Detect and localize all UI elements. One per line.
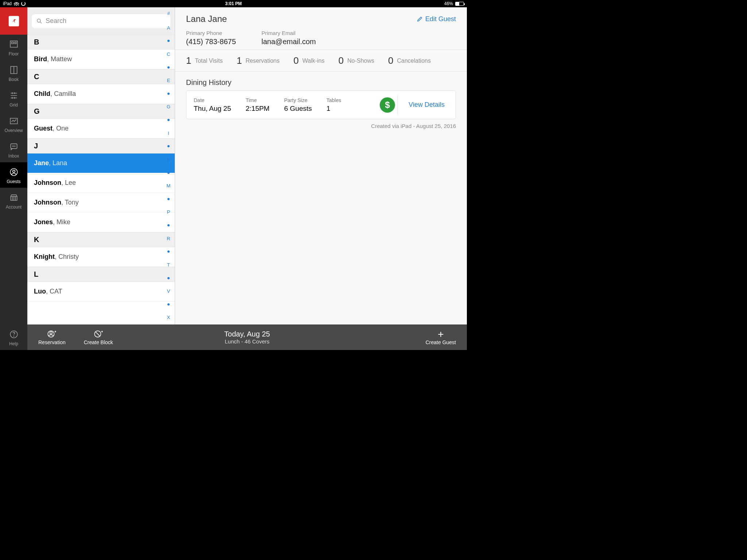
index-char[interactable]: A bbox=[167, 26, 170, 30]
sidebar-item-floor[interactable]: Floor bbox=[0, 35, 27, 60]
index-char[interactable]: # bbox=[167, 11, 170, 16]
index-char[interactable]: E bbox=[167, 78, 170, 83]
pencil-icon bbox=[417, 16, 423, 22]
stat-visits-l: Total Visits bbox=[195, 58, 222, 64]
svg-point-19 bbox=[50, 332, 53, 334]
hist-date: Thu, Aug 25 bbox=[194, 105, 231, 113]
phone-label: Primary Phone bbox=[186, 30, 236, 36]
yelp-icon bbox=[7, 14, 21, 28]
dining-history-title: Dining History bbox=[175, 72, 467, 90]
create-guest-button[interactable]: + Create Guest bbox=[426, 329, 456, 345]
index-char[interactable] bbox=[167, 277, 170, 279]
inbox-icon bbox=[8, 142, 19, 151]
index-char[interactable]: R bbox=[167, 236, 170, 241]
svg-point-10 bbox=[15, 146, 15, 146]
index-char[interactable] bbox=[167, 250, 170, 253]
stat-walk-l: Walk-ins bbox=[302, 58, 325, 64]
stat-visits-n: 1 bbox=[186, 55, 191, 66]
email-label: Primary Email bbox=[262, 30, 316, 36]
guest-list[interactable]: BBird, MattewCChild, CamillaGGuest, OneJ… bbox=[27, 35, 175, 350]
index-char[interactable] bbox=[167, 119, 170, 121]
create-block-button[interactable]: Create Block bbox=[84, 329, 113, 345]
phone-value: (415) 783-8675 bbox=[186, 38, 236, 46]
index-char[interactable] bbox=[167, 66, 170, 69]
stat-walk-n: 0 bbox=[294, 55, 299, 66]
alpha-index[interactable]: #ACEGIKMPRTVXZ bbox=[164, 9, 173, 349]
plus-icon: + bbox=[426, 329, 456, 339]
index-char[interactable]: T bbox=[167, 262, 170, 267]
sidebar-item-label: Account bbox=[6, 205, 22, 210]
guest-row[interactable]: Knight, Christy bbox=[27, 247, 175, 267]
index-char[interactable]: I bbox=[168, 131, 169, 136]
app-logo[interactable] bbox=[0, 7, 27, 35]
guest-row[interactable]: Child, Camilla bbox=[27, 84, 175, 104]
sidebar-item-label: Floor bbox=[9, 51, 19, 57]
sidebar-item-label: Inbox bbox=[8, 153, 19, 159]
guest-row[interactable]: Jones, Mike bbox=[27, 213, 175, 232]
guest-name: Lana Jane bbox=[186, 14, 227, 24]
index-char[interactable]: G bbox=[167, 104, 170, 109]
hist-table: 1 bbox=[326, 105, 341, 113]
edit-guest-button[interactable]: Edit Guest bbox=[417, 15, 456, 23]
svg-point-12 bbox=[12, 170, 15, 173]
section-header: J bbox=[27, 139, 175, 153]
index-char[interactable]: C bbox=[167, 52, 170, 57]
sidebar-item-inbox[interactable]: Inbox bbox=[0, 137, 27, 162]
sidebar-item-label: Overview bbox=[4, 128, 23, 133]
sidebar-item-account[interactable]: Account bbox=[0, 188, 27, 213]
section-header: G bbox=[27, 104, 175, 119]
wifi-icon bbox=[14, 2, 19, 5]
sidebar-item-book[interactable]: Book bbox=[0, 60, 27, 86]
guest-list-pane: Search BBird, MattewCChild, CamillaGGues… bbox=[27, 7, 175, 350]
index-char[interactable]: X bbox=[167, 315, 170, 320]
svg-line-17 bbox=[40, 22, 42, 23]
sidebar-item-help[interactable]: Help bbox=[0, 324, 27, 350]
guest-row[interactable]: Johnson, Lee bbox=[27, 173, 175, 193]
index-char[interactable] bbox=[167, 198, 170, 200]
search-input[interactable]: Search bbox=[32, 14, 170, 28]
index-char[interactable] bbox=[167, 224, 170, 226]
guest-row[interactable]: Bird, Mattew bbox=[27, 50, 175, 69]
index-char[interactable] bbox=[167, 93, 170, 95]
stat-res-n: 1 bbox=[237, 55, 242, 66]
created-note: Created via iPad - August 25, 2016 bbox=[175, 119, 467, 133]
svg-point-15 bbox=[13, 336, 14, 336]
guest-row[interactable]: Jane, Lana bbox=[27, 153, 175, 173]
index-char[interactable] bbox=[167, 303, 170, 306]
bottom-date-button[interactable]: Today, Aug 25 Lunch - 46 Covers bbox=[224, 330, 270, 345]
stat-cancel-n: 0 bbox=[388, 55, 393, 66]
index-char[interactable]: M bbox=[167, 183, 171, 188]
sidebar: Floor Book Grid Overview Inbox Guests Ac… bbox=[0, 7, 27, 350]
sidebar-item-label: Grid bbox=[9, 102, 18, 108]
guest-row[interactable]: Johnson, Tony bbox=[27, 193, 175, 213]
sidebar-item-guests[interactable]: Guests bbox=[0, 162, 27, 188]
svg-line-21 bbox=[96, 332, 100, 336]
section-header: B bbox=[27, 35, 175, 50]
hist-time: 2:15PM bbox=[245, 105, 269, 113]
sidebar-item-label: Book bbox=[9, 77, 19, 82]
index-char[interactable] bbox=[167, 172, 170, 174]
stat-res-l: Reservations bbox=[245, 58, 279, 64]
svg-rect-2 bbox=[11, 42, 13, 44]
search-wrap: Search bbox=[27, 7, 175, 35]
sidebar-item-overview[interactable]: Overview bbox=[0, 111, 27, 137]
svg-point-16 bbox=[37, 19, 40, 22]
index-char[interactable]: V bbox=[167, 289, 170, 293]
guest-stats: 1Total Visits 1Reservations 0Walk-ins 0N… bbox=[175, 50, 467, 72]
sidebar-item-grid[interactable]: Grid bbox=[0, 86, 27, 111]
account-icon bbox=[8, 193, 19, 202]
index-char[interactable]: K bbox=[167, 157, 170, 162]
search-icon bbox=[36, 18, 43, 24]
battery-icon bbox=[455, 2, 464, 6]
view-details-button[interactable]: View Details bbox=[397, 95, 456, 114]
guest-row[interactable]: Guest, One bbox=[27, 119, 175, 139]
guest-row[interactable]: Luo, CAT bbox=[27, 282, 175, 302]
hist-party-l: Party Size bbox=[284, 97, 312, 103]
index-char[interactable]: P bbox=[167, 210, 170, 214]
new-reservation-button[interactable]: Reservation bbox=[38, 329, 66, 345]
block-icon bbox=[93, 329, 104, 339]
stat-cancel-l: Cancelations bbox=[397, 58, 431, 64]
index-char[interactable] bbox=[167, 40, 170, 42]
index-char[interactable] bbox=[167, 145, 170, 147]
svg-point-8 bbox=[12, 146, 13, 146]
